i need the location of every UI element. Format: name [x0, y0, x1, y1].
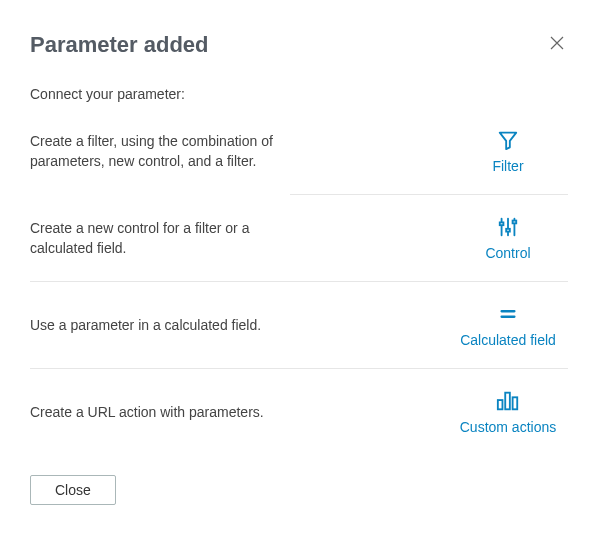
- close-button[interactable]: Close: [30, 475, 116, 505]
- option-label: Calculated field: [460, 332, 556, 348]
- option-action-calculated-field[interactable]: Calculated field: [448, 302, 568, 348]
- option-desc: Create a filter, using the combination o…: [30, 131, 290, 172]
- filter-icon: [497, 128, 519, 152]
- option-label: Filter: [492, 158, 523, 174]
- option-desc: Create a new control for a filter or a c…: [30, 218, 290, 259]
- dialog-footer: Close: [30, 475, 568, 505]
- option-row-control: Create a new control for a filter or a c…: [30, 195, 568, 281]
- close-icon[interactable]: [546, 32, 568, 54]
- bar-chart-icon: [496, 389, 520, 413]
- option-action-filter[interactable]: Filter: [448, 128, 568, 174]
- svg-rect-4: [506, 229, 510, 232]
- option-row-custom-actions: Create a URL action with parameters. Cus…: [30, 369, 568, 455]
- option-row-calculated-field: Use a parameter in a calculated field. C…: [30, 282, 568, 368]
- option-action-control[interactable]: Control: [448, 215, 568, 261]
- option-label: Control: [485, 245, 530, 261]
- svg-rect-10: [513, 397, 518, 409]
- option-desc: Create a URL action with parameters.: [30, 402, 264, 422]
- options-list: Create a filter, using the combination o…: [30, 108, 568, 455]
- equals-icon: [497, 302, 519, 326]
- svg-rect-9: [505, 393, 510, 410]
- dialog-subtitle: Connect your parameter:: [30, 86, 568, 102]
- option-row-filter: Create a filter, using the combination o…: [30, 108, 568, 194]
- svg-rect-5: [513, 221, 517, 224]
- svg-rect-3: [500, 222, 504, 225]
- option-action-custom-actions[interactable]: Custom actions: [448, 389, 568, 435]
- option-desc: Use a parameter in a calculated field.: [30, 315, 261, 335]
- sliders-icon: [497, 215, 519, 239]
- svg-rect-8: [498, 400, 503, 409]
- dialog-header: Parameter added: [30, 32, 568, 58]
- option-label: Custom actions: [460, 419, 556, 435]
- dialog-title: Parameter added: [30, 32, 209, 58]
